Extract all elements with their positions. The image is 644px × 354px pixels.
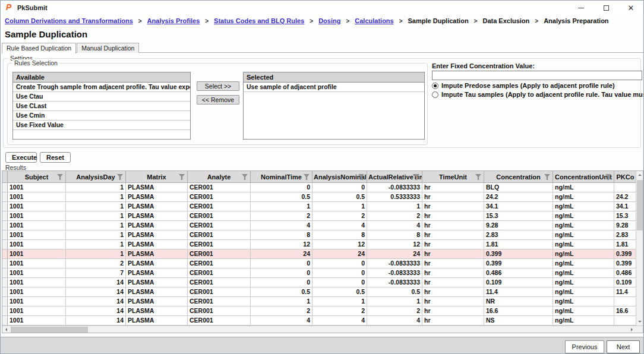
column-header-actualrelativetim[interactable]: ActualRelativeTim	[367, 171, 422, 183]
table-cell[interactable]: 1001	[8, 259, 66, 268]
table-cell[interactable]: -0.0833333	[367, 259, 422, 268]
list-item[interactable]: Create Trough sample from adjacent profi…	[13, 83, 190, 92]
column-header-timeunit[interactable]: TimeUnit	[422, 171, 484, 183]
scroll-up-icon[interactable]	[638, 174, 642, 176]
column-header-concentration[interactable]: Concentration	[484, 171, 553, 183]
table-cell[interactable]: 14	[66, 278, 126, 287]
table-cell[interactable]: PLASMA	[126, 249, 188, 259]
table-cell[interactable]: hr	[422, 306, 484, 316]
filter-icon[interactable]	[179, 174, 185, 180]
table-cell[interactable]: 8	[367, 230, 422, 240]
table-cell[interactable]: 4	[312, 221, 367, 230]
table-cell[interactable]: 16.6	[484, 306, 553, 316]
table-cell[interactable]: 1	[66, 192, 126, 202]
table-cell[interactable]: 1001	[8, 202, 66, 211]
table-cell[interactable]: CER001	[188, 287, 251, 297]
list-item[interactable]: Use Ctau	[13, 92, 190, 102]
table-cell[interactable]: PLASMA	[126, 211, 188, 221]
table-cell[interactable]: ng/mL	[553, 249, 614, 259]
table-cell[interactable]: 34.1	[484, 202, 553, 211]
table-cell[interactable]: hr	[422, 202, 484, 211]
filter-icon[interactable]	[242, 174, 248, 180]
tab-manual-duplication[interactable]: Manual Duplication	[77, 43, 139, 53]
row-header-cell[interactable]	[2, 287, 8, 297]
vertical-scrollbar-thumb[interactable]	[637, 180, 643, 230]
table-cell[interactable]: hr	[422, 240, 484, 249]
table-cell[interactable]: PLASMA	[126, 297, 188, 306]
table-cell[interactable]: 4	[367, 316, 422, 325]
table-cell[interactable]: 1001	[8, 211, 66, 221]
maximize-button[interactable]	[594, 1, 618, 15]
breadcrumb-item-dosing[interactable]: Dosing	[318, 17, 340, 24]
table-cell[interactable]: 0.486	[614, 268, 637, 278]
table-cell[interactable]: 0.5	[251, 287, 312, 297]
table-cell[interactable]: CER001	[188, 249, 251, 259]
table-cell[interactable]: 4	[367, 221, 422, 230]
table-cell[interactable]: 1001	[8, 306, 66, 316]
table-cell[interactable]	[614, 183, 637, 192]
horizontal-scrollbar-thumb[interactable]	[11, 327, 88, 333]
vertical-scrollbar[interactable]	[636, 171, 643, 325]
table-cell[interactable]: 1	[66, 221, 126, 230]
column-header-concentrationunit[interactable]: ConcentrationUnit	[553, 171, 614, 183]
table-cell[interactable]: 2	[367, 211, 422, 221]
table-cell[interactable]: 0.5	[367, 287, 422, 297]
table-cell[interactable]: ng/mL	[553, 278, 614, 287]
table-cell[interactable]: 0	[251, 268, 312, 278]
row-header-cell[interactable]	[2, 316, 8, 325]
table-cell[interactable]: CER001	[188, 230, 251, 240]
table-cell[interactable]: 11.4	[484, 287, 553, 297]
column-header-pkco[interactable]: PKCo	[614, 171, 637, 183]
list-item[interactable]: Use sample of adjacent profile	[244, 83, 424, 92]
table-cell[interactable]: 2.83	[614, 230, 637, 240]
table-cell[interactable]: 24.2	[484, 192, 553, 202]
table-cell[interactable]: 0.5333333	[367, 192, 422, 202]
select-button[interactable]: Select >>	[197, 81, 239, 91]
table-cell[interactable]: 15.3	[614, 211, 637, 221]
table-cell[interactable]: PLASMA	[126, 202, 188, 211]
table-cell[interactable]: CER001	[188, 306, 251, 316]
table-cell[interactable]: -0.0833333	[367, 183, 422, 192]
table-cell[interactable]: 1	[66, 230, 126, 240]
table-cell[interactable]: 2	[251, 306, 312, 316]
filter-icon[interactable]	[117, 174, 123, 180]
table-cell[interactable]: 7	[66, 268, 126, 278]
table-cell[interactable]: PLASMA	[126, 268, 188, 278]
table-cell[interactable]: hr	[422, 316, 484, 325]
table-cell[interactable]: 2	[66, 259, 126, 268]
table-cell[interactable]: PLASMA	[126, 306, 188, 316]
table-cell[interactable]: CER001	[188, 192, 251, 202]
row-header-cell[interactable]	[2, 306, 8, 316]
table-cell[interactable]: 24.2	[614, 192, 637, 202]
table-cell[interactable]: 1001	[8, 287, 66, 297]
table-cell[interactable]: 12	[367, 240, 422, 249]
table-cell[interactable]: CER001	[188, 202, 251, 211]
table-cell[interactable]: 2	[251, 211, 312, 221]
table-cell[interactable]: 1	[66, 249, 126, 259]
table-cell[interactable]: 4	[251, 316, 312, 325]
reset-button[interactable]: Reset	[40, 152, 71, 163]
table-cell[interactable]: 1001	[8, 297, 66, 306]
table-cell[interactable]: NR	[484, 297, 553, 306]
table-cell[interactable]: 0	[251, 278, 312, 287]
filter-icon[interactable]	[544, 174, 550, 180]
table-cell[interactable]: 1	[66, 240, 126, 249]
table-cell[interactable]: 14	[66, 287, 126, 297]
table-cell[interactable]	[614, 297, 637, 306]
table-cell[interactable]: 1001	[8, 183, 66, 192]
table-cell[interactable]: ng/mL	[553, 259, 614, 268]
table-cell[interactable]: 1	[66, 202, 126, 211]
table-cell[interactable]: 1	[312, 202, 367, 211]
table-cell[interactable]: 0.5	[312, 287, 367, 297]
table-cell[interactable]: PLASMA	[126, 221, 188, 230]
column-header-subject[interactable]: Subject	[8, 171, 66, 183]
table-cell[interactable]: 0	[251, 259, 312, 268]
row-header-cell[interactable]	[2, 202, 8, 211]
table-cell[interactable]: 4	[312, 316, 367, 325]
table-cell[interactable]: hr	[422, 297, 484, 306]
table-cell[interactable]: CER001	[188, 240, 251, 249]
breadcrumb-item-status-codes-and-blq-rules[interactable]: Status Codes and BLQ Rules	[214, 17, 304, 24]
filter-icon[interactable]	[57, 174, 63, 180]
scroll-right-icon[interactable]	[631, 328, 633, 331]
table-cell[interactable]: hr	[422, 249, 484, 259]
